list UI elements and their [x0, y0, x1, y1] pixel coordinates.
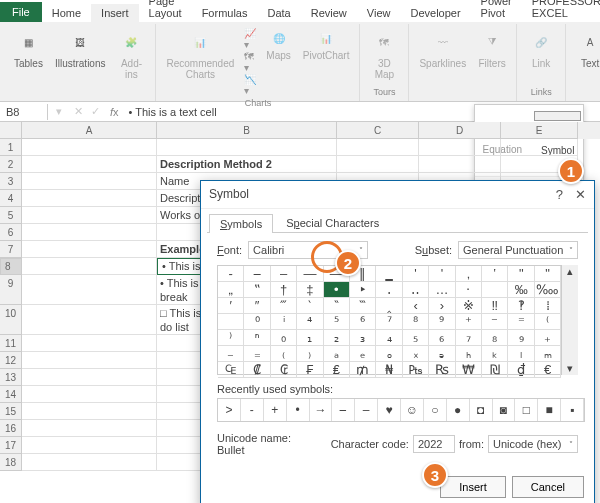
symbol-cell[interactable]: ₊: [535, 330, 561, 346]
recent-symbol-cell[interactable]: –: [355, 399, 378, 421]
recent-symbol-cell[interactable]: →: [310, 399, 333, 421]
symbol-cell[interactable]: ⁾: [218, 330, 244, 346]
row-header[interactable]: 13: [0, 369, 22, 386]
cell[interactable]: [22, 305, 157, 335]
row-header[interactable]: 12: [0, 352, 22, 369]
col-header-a[interactable]: A: [22, 122, 157, 139]
symbol-cell[interactable]: ⁵: [324, 314, 350, 330]
symbol-cell[interactable]: ₄: [376, 330, 402, 346]
subset-select[interactable]: General Punctuation˅: [458, 241, 578, 259]
cell[interactable]: [22, 258, 157, 275]
symbol-cell[interactable]: ₫: [508, 362, 534, 378]
tab-formulas[interactable]: Formulas: [192, 4, 258, 22]
symbol-cell[interactable]: ₠: [218, 362, 244, 378]
cell[interactable]: [419, 156, 501, 173]
symbol-cell[interactable]: ⁽: [535, 314, 561, 330]
symbol-cell[interactable]: ₆: [429, 330, 455, 346]
symbol-cell[interactable]: †: [271, 282, 297, 298]
pivotchart-button[interactable]: 📊PivotChart: [299, 26, 354, 63]
symbol-cell[interactable]: ₨: [429, 362, 455, 378]
symbol-cell[interactable]: ₈: [482, 330, 508, 346]
symbol-cell[interactable]: ₃: [350, 330, 376, 346]
addins-button[interactable]: 🧩Add- ins: [113, 26, 149, 82]
link-button[interactable]: 🔗Link: [523, 26, 559, 71]
symbol-cell[interactable]: ": [535, 266, 561, 282]
symbol-cell[interactable]: …: [429, 282, 455, 298]
recent-symbol-cell[interactable]: ●: [447, 399, 470, 421]
row-header[interactable]: 8: [0, 258, 22, 275]
recent-symbol-cell[interactable]: ▪: [561, 399, 584, 421]
equation-option[interactable]: πEquation: [477, 111, 528, 119]
cell[interactable]: [22, 275, 157, 305]
symbol-cell[interactable]: ․: [376, 282, 402, 298]
symbol-cell[interactable]: ₒ: [376, 346, 402, 362]
tab-pagelayout[interactable]: Page Layout: [139, 0, 192, 22]
tab-file[interactable]: File: [0, 2, 42, 22]
row-header[interactable]: 11: [0, 335, 22, 352]
symbol-cell[interactable]: ›: [429, 298, 455, 314]
symbol-cell[interactable]: ‶: [324, 298, 350, 314]
scroll-down-icon[interactable]: ▾: [567, 362, 573, 375]
symbol-cell[interactable]: ₋: [218, 346, 244, 362]
recent-symbol-cell[interactable]: ☺: [401, 399, 424, 421]
symbol-option[interactable]: ΩSymbol: [534, 111, 581, 121]
tab-insert[interactable]: Insert: [91, 4, 139, 22]
symbol-cell[interactable]: ₐ: [324, 346, 350, 362]
symbol-cell[interactable]: ″: [244, 298, 270, 314]
symbol-cell[interactable]: ′: [218, 298, 244, 314]
from-select[interactable]: Unicode (hex)˅: [488, 435, 578, 453]
symbol-cell[interactable]: ‡: [297, 282, 323, 298]
symbol-cell[interactable]: ‚: [456, 266, 482, 282]
cell[interactable]: Description Method 2: [157, 156, 337, 173]
symbol-cell[interactable]: •: [324, 282, 350, 298]
fx-icon[interactable]: fx: [104, 106, 125, 118]
symbol-cell[interactable]: ⁴: [297, 314, 323, 330]
chart-type-icon[interactable]: 🗺▾: [244, 51, 256, 73]
3dmap-button[interactable]: 🗺3D Map: [366, 26, 402, 82]
scroll-up-icon[interactable]: ▴: [567, 265, 573, 278]
help-icon[interactable]: ?: [556, 187, 563, 202]
symbol-cell[interactable]: ⁼: [508, 314, 534, 330]
symbol-cell[interactable]: ₓ: [403, 346, 429, 362]
symbol-cell[interactable]: ‛: [482, 266, 508, 282]
cell[interactable]: [22, 352, 157, 369]
col-header-b[interactable]: B: [157, 122, 337, 139]
sparklines-button[interactable]: 〰Sparklines: [415, 26, 470, 71]
row-header[interactable]: 5: [0, 207, 22, 224]
symbol-cell[interactable]: ₤: [324, 362, 350, 378]
symbol-cell[interactable]: ‧: [456, 282, 482, 298]
symbol-cell[interactable]: €: [535, 362, 561, 378]
row-header[interactable]: 9: [0, 275, 22, 305]
symbol-cell[interactable]: ': [429, 266, 455, 282]
tab-review[interactable]: Review: [301, 4, 357, 22]
recent-symbol-cell[interactable]: +: [264, 399, 287, 421]
symbol-cell[interactable]: ⁶: [350, 314, 376, 330]
cell[interactable]: [22, 224, 157, 241]
formula-value[interactable]: • This is a text cell: [125, 106, 221, 118]
symbol-cell[interactable]: –: [271, 266, 297, 282]
scrollbar[interactable]: ▴▾: [562, 265, 578, 375]
cell[interactable]: [22, 386, 157, 403]
symbol-cell[interactable]: ‣: [350, 282, 376, 298]
cell[interactable]: [22, 241, 157, 258]
cell[interactable]: [22, 454, 157, 471]
row-header[interactable]: 1: [0, 139, 22, 156]
recent-symbol-cell[interactable]: ♥: [378, 399, 401, 421]
row-header[interactable]: 10: [0, 305, 22, 335]
cell[interactable]: [22, 207, 157, 224]
insert-button[interactable]: Insert: [440, 476, 506, 498]
symbol-cell[interactable]: ‼: [482, 298, 508, 314]
special-chars-tab[interactable]: Special Characters: [275, 213, 390, 232]
cell[interactable]: [22, 190, 157, 207]
symbol-cell[interactable]: ‰: [508, 282, 534, 298]
cell[interactable]: [22, 403, 157, 420]
recent-symbol-cell[interactable]: >: [218, 399, 241, 421]
namebox-chevron-icon[interactable]: ▾: [48, 105, 70, 118]
cell[interactable]: [22, 420, 157, 437]
cell[interactable]: [419, 139, 501, 156]
cell[interactable]: [22, 173, 157, 190]
symbol-cell[interactable]: ₉: [508, 330, 534, 346]
recent-symbol-cell[interactable]: ◘: [470, 399, 493, 421]
symbol-cell[interactable]: ₑ: [350, 346, 376, 362]
symbol-cell[interactable]: ‽: [508, 298, 534, 314]
